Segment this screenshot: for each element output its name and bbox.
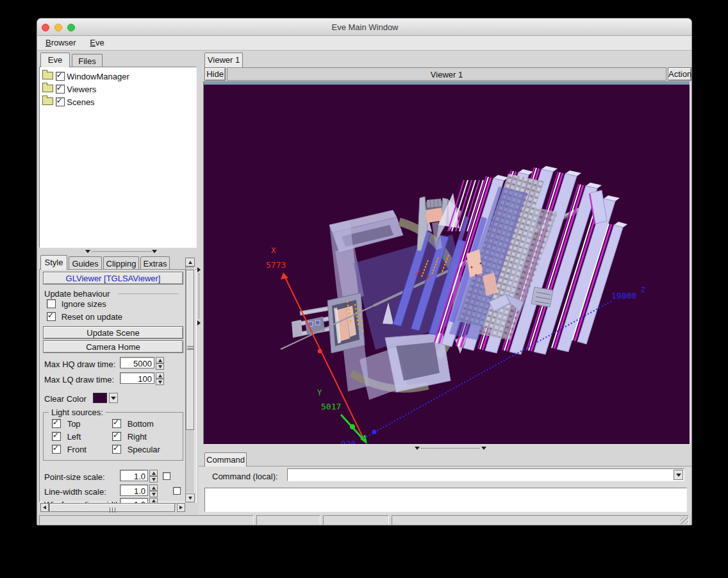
checkbox[interactable] bbox=[47, 299, 56, 308]
status-segment bbox=[392, 515, 689, 525]
vscrollbar-thumb[interactable] bbox=[186, 270, 194, 430]
scroll-down-icon[interactable] bbox=[185, 493, 195, 502]
point-size-checkbox[interactable] bbox=[163, 472, 170, 480]
spinner-up-icon[interactable] bbox=[149, 484, 158, 491]
gl-viewport-frame: X 5773 Y 5017 Z 19800 -920 bbox=[203, 81, 690, 445]
title-bar[interactable]: Eve Main Window bbox=[37, 19, 692, 36]
camera-home-button[interactable]: Camera Home bbox=[43, 340, 183, 353]
menu-bar: Browser Eve bbox=[37, 36, 692, 51]
viewport-3d-scene[interactable]: X 5773 Y 5017 Z 19800 -920 bbox=[204, 85, 690, 444]
checkbox-label: Reset on update bbox=[62, 312, 122, 322]
tree-item-viewers[interactable]: Viewers bbox=[40, 81, 196, 94]
folder-icon bbox=[42, 97, 53, 105]
checkbox[interactable] bbox=[52, 432, 61, 441]
x-axis-value: 5773 bbox=[266, 260, 286, 270]
tab-command[interactable]: Command bbox=[204, 452, 247, 467]
checkbox[interactable] bbox=[112, 432, 121, 441]
update-behaviour-label: Update behaviour bbox=[44, 289, 110, 299]
tab-style[interactable]: Style bbox=[40, 255, 67, 270]
checkbox-label: Ignore sizes bbox=[62, 299, 106, 309]
eve-main-window: Eve Main Window Browser Eve Eve Files Wi… bbox=[37, 18, 692, 525]
tree-checkbox[interactable] bbox=[56, 97, 65, 106]
update-scene-button[interactable]: Update Scene bbox=[43, 326, 183, 339]
splitter-dots bbox=[92, 251, 151, 252]
checkbox[interactable] bbox=[47, 312, 56, 321]
menu-browser[interactable]: Browser bbox=[40, 36, 82, 51]
menu-eve[interactable]: Eve bbox=[84, 36, 110, 51]
tab-eve[interactable]: Eve bbox=[40, 53, 70, 67]
tree-item-windowmanager[interactable]: WindowManager bbox=[40, 67, 196, 81]
scroll-up-icon[interactable] bbox=[185, 258, 195, 267]
command-output-box[interactable] bbox=[204, 488, 687, 512]
checkbox[interactable] bbox=[52, 419, 61, 428]
tree-checkbox[interactable] bbox=[56, 85, 65, 94]
style-panel-hscrollbar[interactable] bbox=[40, 503, 185, 512]
line-width-checkbox[interactable] bbox=[173, 487, 181, 495]
tab-clipping[interactable]: Clipping bbox=[103, 256, 139, 269]
combo-dropdown-icon[interactable] bbox=[674, 470, 683, 480]
checkbox-label: Right bbox=[128, 432, 147, 442]
spinner-down-icon[interactable] bbox=[156, 363, 164, 370]
max-lq-input[interactable]: 100 bbox=[120, 372, 154, 384]
line-width-input[interactable]: 1.0 bbox=[120, 484, 148, 496]
divider bbox=[118, 293, 179, 294]
glviewer-button[interactable]: GLViewer [TGLSAViewer] bbox=[43, 272, 183, 285]
checkbox[interactable] bbox=[112, 445, 121, 454]
tab-viewer-1[interactable]: Viewer 1 bbox=[204, 53, 243, 67]
folder-icon bbox=[42, 72, 53, 79]
command-combobox[interactable] bbox=[287, 468, 684, 481]
scroll-left-icon[interactable] bbox=[40, 503, 49, 512]
command-splitter[interactable] bbox=[204, 446, 691, 451]
checkbox-label: Front bbox=[67, 445, 87, 454]
checkbox[interactable] bbox=[52, 445, 61, 454]
light-right-option[interactable]: Right bbox=[112, 432, 147, 442]
ignore-sizes-option[interactable]: Ignore sizes bbox=[47, 299, 106, 309]
checkbox[interactable] bbox=[112, 419, 121, 428]
spinner-up-icon[interactable] bbox=[156, 357, 164, 363]
checkbox-label: Specular bbox=[128, 445, 160, 454]
spinner-down-icon[interactable] bbox=[149, 491, 158, 497]
style-panel-vscrollbar[interactable] bbox=[185, 258, 195, 502]
status-segment bbox=[39, 515, 254, 525]
light-sources-title: Light sources: bbox=[49, 408, 106, 417]
checkbox-label: Top bbox=[67, 419, 81, 429]
checkbox-label: Left bbox=[67, 432, 81, 442]
spinner-up-icon[interactable] bbox=[149, 470, 158, 476]
window-resize-grip[interactable] bbox=[680, 516, 688, 524]
scroll-right-icon[interactable] bbox=[177, 503, 185, 512]
viewer-title-bar[interactable]: Viewer 1 bbox=[227, 67, 666, 81]
clear-color-swatch[interactable] bbox=[93, 393, 107, 403]
style-panel: GLViewer [TGLSAViewer] Update behaviour … bbox=[39, 269, 197, 502]
actions-button[interactable]: Actions bbox=[668, 67, 691, 81]
max-lq-label: Max LQ draw time: bbox=[44, 375, 114, 384]
vertical-splitter[interactable] bbox=[197, 247, 203, 452]
max-hq-input[interactable]: 5000 bbox=[120, 357, 154, 368]
folder-icon bbox=[42, 85, 53, 92]
z-axis-label: Z bbox=[641, 286, 645, 294]
spinner-up-icon[interactable] bbox=[156, 372, 164, 379]
light-left-option[interactable]: Left bbox=[52, 432, 81, 442]
point-size-input[interactable]: 1.0 bbox=[120, 470, 148, 481]
clear-color-dropdown-icon[interactable] bbox=[109, 393, 118, 403]
x-axis-label: X bbox=[271, 246, 276, 255]
hscrollbar-thumb[interactable] bbox=[49, 503, 175, 512]
status-segment bbox=[256, 515, 320, 525]
line-width-label: Line-width scale: bbox=[44, 487, 106, 497]
light-top-option[interactable]: Top bbox=[52, 419, 81, 429]
light-specular-option[interactable]: Specular bbox=[112, 445, 160, 454]
point-size-label: Point-size scale: bbox=[44, 472, 105, 482]
tab-files[interactable]: Files bbox=[72, 54, 103, 67]
light-bottom-option[interactable]: Bottom bbox=[112, 419, 154, 429]
reset-on-update-option[interactable]: Reset on update bbox=[47, 312, 122, 322]
spinner-down-icon[interactable] bbox=[149, 476, 158, 483]
spinner-down-icon[interactable] bbox=[156, 379, 164, 385]
tab-guides[interactable]: Guides bbox=[69, 256, 102, 269]
tree-item-label: Viewers bbox=[67, 85, 96, 94]
left-horizontal-splitter[interactable] bbox=[40, 249, 194, 254]
tree-checkbox[interactable] bbox=[56, 72, 65, 81]
tree-item-scenes[interactable]: Scenes bbox=[40, 94, 196, 106]
light-front-option[interactable]: Front bbox=[52, 445, 87, 454]
hide-button[interactable]: Hide bbox=[204, 67, 226, 81]
caret-down-icon bbox=[415, 447, 420, 450]
tab-extras[interactable]: Extras bbox=[140, 256, 170, 269]
